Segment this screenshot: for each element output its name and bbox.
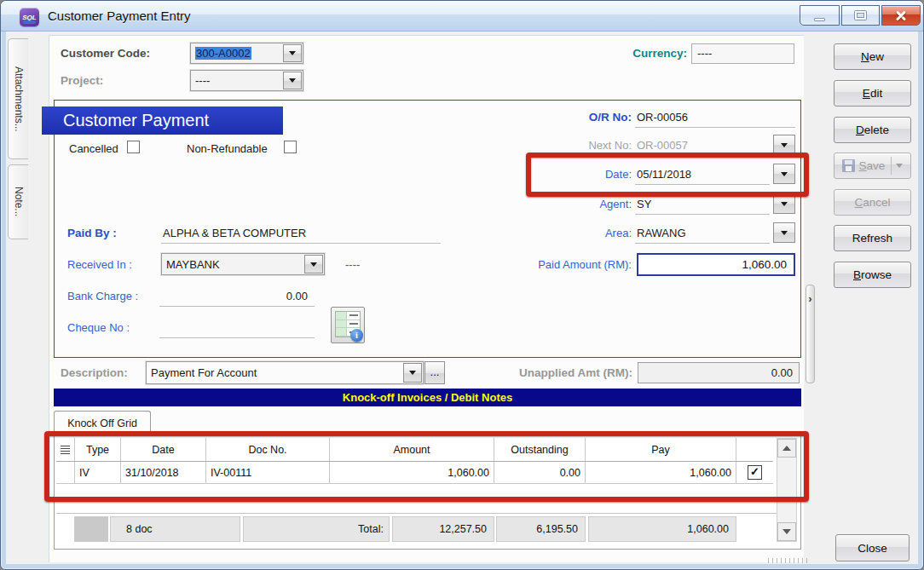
footer-spacer-cell bbox=[74, 516, 108, 542]
chevron-down-icon bbox=[781, 172, 788, 176]
currency-value: ---- bbox=[691, 43, 794, 64]
action-button-new[interactable]: New bbox=[834, 43, 911, 70]
action-button-label: Refresh bbox=[852, 232, 892, 245]
close-window-button[interactable] bbox=[881, 5, 921, 26]
action-button-label: Cancel bbox=[854, 196, 890, 209]
grid-cell-outstanding: 0.00 bbox=[494, 462, 586, 483]
action-button-label: Delete bbox=[856, 124, 889, 136]
maximize-icon bbox=[855, 11, 866, 20]
received-in-label: Received In : bbox=[67, 258, 132, 271]
cheque-no-label: Cheque No : bbox=[67, 321, 130, 334]
panel-collapse-handle[interactable]: › bbox=[806, 285, 815, 383]
tab-knock-off-grid[interactable]: Knock Off Grid bbox=[54, 411, 151, 436]
scroll-down-button[interactable] bbox=[777, 522, 796, 541]
grid-column-header-pay[interactable]: Pay bbox=[586, 438, 736, 461]
cancelled-checkbox[interactable] bbox=[127, 141, 140, 153]
footer-pay-total: 1,060.00 bbox=[588, 516, 736, 542]
side-tab-attachments[interactable]: Attachments... bbox=[8, 38, 28, 159]
bank-charge-label: Bank Charge : bbox=[67, 290, 138, 302]
grid-cell-doc-no: IV-00111 bbox=[206, 462, 330, 483]
row-indicator-cell bbox=[56, 462, 75, 483]
paid-by-value[interactable]: ALPHA & BETA COMPUTER bbox=[163, 227, 306, 239]
non-refundable-label: Non-Refundable bbox=[187, 142, 268, 155]
minimize-button[interactable] bbox=[800, 5, 840, 26]
chevron-down-icon bbox=[409, 371, 416, 375]
date-dropdown-button[interactable] bbox=[773, 164, 795, 184]
paid-by-label: Paid By : bbox=[67, 227, 117, 239]
grid-column-header-amount[interactable]: Amount bbox=[330, 438, 494, 461]
save-floppy-icon bbox=[842, 159, 855, 172]
action-button-delete[interactable]: Delete bbox=[834, 117, 911, 143]
date-label: Date: bbox=[461, 168, 632, 181]
scroll-down-icon bbox=[783, 529, 791, 534]
customer-code-combo[interactable]: 300-A0002 bbox=[190, 43, 303, 64]
unapplied-amt-value: 0.00 bbox=[638, 362, 800, 383]
description-value: Payment For Account bbox=[149, 364, 401, 382]
area-value[interactable]: RAWANG bbox=[637, 227, 686, 239]
grid-customize-button[interactable] bbox=[56, 438, 75, 461]
grid-column-header-date[interactable]: Date bbox=[121, 438, 206, 461]
grid-cell-amount: 1,060.00 bbox=[330, 462, 494, 483]
paid-amount-input[interactable]: 1,060.00 bbox=[637, 253, 795, 276]
footer-doc-count: 8 doc bbox=[110, 516, 240, 542]
area-dropdown-button[interactable] bbox=[773, 222, 795, 243]
action-button-label: New bbox=[861, 50, 884, 63]
non-refundable-checkbox[interactable] bbox=[284, 141, 297, 153]
area-label: Area: bbox=[461, 227, 632, 239]
titlebar[interactable]: SQL Customer Payment Entry bbox=[1, 1, 923, 32]
resize-grip[interactable] bbox=[768, 558, 809, 563]
close-button[interactable]: Close bbox=[835, 534, 910, 561]
footer-outstanding-total: 6,195.50 bbox=[496, 516, 586, 542]
bank-charge-value[interactable]: 0.00 bbox=[161, 290, 308, 302]
agent-dropdown-button[interactable] bbox=[773, 193, 795, 214]
grid-column-header-doc-no-[interactable]: Doc No. bbox=[206, 438, 330, 461]
info-icon: i bbox=[350, 329, 363, 342]
description-more-button[interactable]: ... bbox=[424, 361, 445, 384]
grid-row[interactable]: IV31/10/2018IV-001111,060.000.001,060.00… bbox=[56, 462, 773, 484]
description-label: Description: bbox=[61, 366, 128, 379]
action-button-label: Edit bbox=[863, 87, 882, 100]
description-dropdown-button[interactable] bbox=[403, 363, 422, 383]
side-tab-note[interactable]: Note... bbox=[8, 164, 28, 239]
scroll-up-button[interactable] bbox=[777, 439, 796, 458]
grid-column-header-outstanding[interactable]: Outstanding bbox=[494, 438, 586, 461]
customer-code-dropdown-button[interactable] bbox=[283, 44, 302, 62]
chevron-down-icon bbox=[289, 51, 296, 55]
payment-calculator-button[interactable]: i bbox=[331, 307, 365, 343]
description-combo[interactable]: Payment For Account bbox=[146, 361, 424, 384]
footer-amount-total: 12,257.50 bbox=[392, 516, 494, 542]
unapplied-amt-label: Unapplied Amt (RM): bbox=[478, 366, 632, 379]
received-in-dropdown-button[interactable] bbox=[304, 255, 323, 273]
maximize-button[interactable] bbox=[841, 5, 880, 26]
knockoff-banner: Knock-off Invoices / Debit Notes bbox=[54, 389, 801, 406]
scroll-up-icon bbox=[783, 446, 791, 451]
action-button-save[interactable]: Save bbox=[834, 153, 911, 179]
project-dropdown-button[interactable] bbox=[283, 72, 302, 89]
chevron-down-icon bbox=[781, 231, 788, 235]
app-logo-icon: SQL bbox=[20, 8, 39, 26]
chevron-down-icon bbox=[310, 262, 317, 267]
action-button-browse[interactable]: Browse bbox=[834, 262, 911, 288]
action-button-cancel[interactable]: Cancel bbox=[834, 189, 911, 216]
grid-column-header-type[interactable]: Type bbox=[75, 438, 121, 461]
agent-value[interactable]: SY bbox=[637, 198, 651, 210]
received-in-combo[interactable]: MAYBANK bbox=[161, 253, 325, 275]
project-combo[interactable]: ---- bbox=[190, 70, 303, 91]
agent-label: Agent: bbox=[461, 198, 632, 210]
grid-scrollbar[interactable] bbox=[777, 438, 797, 542]
next-no-dropdown-button[interactable] bbox=[773, 135, 795, 155]
action-button-refresh[interactable]: Refresh bbox=[834, 225, 911, 251]
action-button-label: Save bbox=[859, 159, 886, 172]
customer-code-label: Customer Code: bbox=[61, 47, 150, 60]
pay-checkbox[interactable]: ✓ bbox=[748, 465, 762, 480]
save-split-arrow-icon[interactable] bbox=[896, 164, 903, 168]
knockoff-grid: TypeDateDoc No.AmountOutstandingPay IV31… bbox=[54, 435, 801, 550]
date-value[interactable]: 05/11/2018 bbox=[637, 168, 691, 181]
grid-header-row: TypeDateDoc No.AmountOutstandingPay bbox=[56, 438, 773, 462]
grid-footer-row: 8 doc Total: 12,257.50 6,195.50 1,060.00 bbox=[55, 516, 800, 542]
received-in-value: MAYBANK bbox=[165, 256, 303, 273]
chevron-down-icon bbox=[781, 202, 788, 206]
grid-cell-type: IV bbox=[75, 462, 121, 483]
action-button-edit[interactable]: Edit bbox=[834, 80, 911, 107]
chevron-down-icon bbox=[289, 78, 296, 83]
